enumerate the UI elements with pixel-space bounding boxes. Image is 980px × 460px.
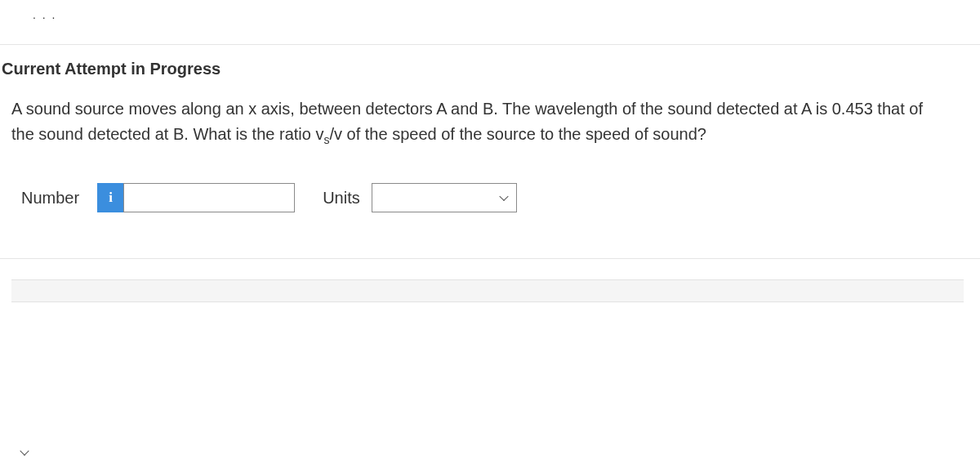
number-input[interactable] (123, 183, 295, 212)
chevron-down-icon (20, 446, 29, 455)
info-icon[interactable]: i (97, 183, 123, 212)
question-container: Current Attempt in Progress A sound sour… (0, 44, 980, 259)
attempt-heading: Current Attempt in Progress (0, 45, 980, 93)
question-text: A sound source moves along an x axis, be… (0, 93, 980, 147)
number-label: Number (21, 189, 79, 208)
units-select[interactable] (372, 183, 517, 212)
bottom-area (0, 279, 980, 459)
top-dots: . . . (33, 8, 56, 21)
shade-band (11, 279, 964, 302)
answer-row: Number i Units (0, 147, 980, 212)
units-select-wrap (372, 183, 517, 212)
question-suffix: /v of the speed of the source to the spe… (329, 125, 706, 143)
units-label: Units (323, 189, 360, 208)
